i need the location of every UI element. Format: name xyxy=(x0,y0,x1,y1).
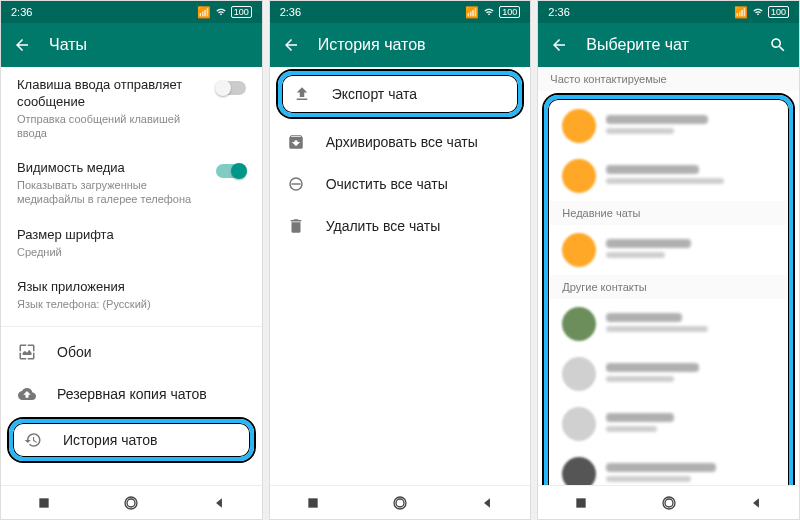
svg-point-9 xyxy=(665,499,673,507)
avatar xyxy=(562,407,596,441)
app-bar: Чаты xyxy=(1,23,262,67)
nav-back-icon[interactable] xyxy=(480,496,494,510)
trash-icon xyxy=(286,217,306,235)
contact-row[interactable] xyxy=(550,101,787,151)
setting-label: Язык приложения xyxy=(17,279,246,296)
setting-enter-sends[interactable]: Клавиша ввода отправляет сообщение Отпра… xyxy=(1,67,262,150)
svg-rect-8 xyxy=(577,498,586,507)
setting-label: Клавиша ввода отправляет сообщение xyxy=(17,77,202,111)
menu-archive-all[interactable]: Архивировать все чаты xyxy=(270,121,531,163)
status-time: 2:36 xyxy=(548,6,569,18)
status-icons: 📶 100 xyxy=(197,6,252,19)
setting-sublabel: Показывать загруженные медиафайлы в гале… xyxy=(17,179,202,207)
highlight-chat-history: История чатов xyxy=(9,419,254,461)
nav-back-icon[interactable] xyxy=(749,496,763,510)
page-title: Выберите чат xyxy=(586,36,751,54)
status-icons: 📶 100 xyxy=(734,6,789,19)
menu-label: Удалить все чаты xyxy=(326,218,441,234)
status-bar: 2:36 📶 100 xyxy=(1,1,262,23)
menu-delete-all[interactable]: Удалить все чаты xyxy=(270,205,531,247)
status-bar: 2:36 📶 100 xyxy=(538,1,799,23)
setting-label: Размер шрифта xyxy=(17,227,246,244)
nav-recents-icon[interactable] xyxy=(574,496,588,510)
app-bar: История чатов xyxy=(270,23,531,67)
nav-bar xyxy=(1,485,262,519)
avatar xyxy=(562,307,596,341)
back-icon[interactable] xyxy=(13,36,31,54)
page-title: История чатов xyxy=(318,36,519,54)
contact-row[interactable] xyxy=(550,399,787,449)
section-other: Другие контакты xyxy=(550,275,787,299)
back-icon[interactable] xyxy=(550,36,568,54)
status-time: 2:36 xyxy=(11,6,32,18)
nav-recents-icon[interactable] xyxy=(37,496,51,510)
svg-point-1 xyxy=(127,499,135,507)
menu-label: Обои xyxy=(57,344,92,360)
menu-label: История чатов xyxy=(63,432,157,448)
svg-rect-5 xyxy=(308,498,317,507)
svg-rect-0 xyxy=(39,498,48,507)
back-icon[interactable] xyxy=(282,36,300,54)
menu-export-chat[interactable]: Экспорт чата xyxy=(288,79,513,109)
block-icon xyxy=(286,175,306,193)
toggle-enter-sends[interactable] xyxy=(216,81,246,95)
nav-back-icon[interactable] xyxy=(212,496,226,510)
avatar xyxy=(562,159,596,193)
contact-row[interactable] xyxy=(550,449,787,485)
nav-home-icon[interactable] xyxy=(661,495,677,511)
screen-select-chat: 2:36 📶 100 Выберите чат Часто контактиру… xyxy=(537,0,800,520)
status-time: 2:36 xyxy=(280,6,301,18)
contact-row[interactable] xyxy=(550,349,787,399)
setting-label: Видимость медиа xyxy=(17,160,202,177)
highlight-contact-list: Недавние чаты Другие контакты xyxy=(544,95,793,485)
screen-chat-history: 2:36 📶 100 История чатов Экспорт чата xyxy=(269,0,532,520)
wifi-icon xyxy=(215,7,227,17)
signal-icon: 📶 xyxy=(734,6,748,19)
toggle-media-visibility[interactable] xyxy=(216,164,246,178)
battery-icon: 100 xyxy=(768,6,789,18)
avatar xyxy=(562,233,596,267)
setting-app-language[interactable]: Язык приложения Язык телефона: (Русский) xyxy=(1,269,262,322)
menu-clear-all[interactable]: Очистить все чаты xyxy=(270,163,531,205)
avatar xyxy=(562,357,596,391)
nav-bar xyxy=(538,485,799,519)
avatar xyxy=(562,457,596,485)
wallpaper-icon xyxy=(17,343,37,361)
nav-recents-icon[interactable] xyxy=(306,496,320,510)
contact-row[interactable] xyxy=(550,299,787,349)
menu-label: Резервная копия чатов xyxy=(57,386,207,402)
menu-label: Архивировать все чаты xyxy=(326,134,478,150)
signal-icon: 📶 xyxy=(197,6,211,19)
wifi-icon xyxy=(752,7,764,17)
status-icons: 📶 100 xyxy=(465,6,520,19)
setting-sublabel: Отправка сообщений клавишей ввода xyxy=(17,113,202,141)
setting-sublabel: Средний xyxy=(17,246,246,260)
highlight-export-chat: Экспорт чата xyxy=(278,71,523,117)
setting-sublabel: Язык телефона: (Русский) xyxy=(17,298,246,312)
avatar xyxy=(562,109,596,143)
upload-icon xyxy=(292,85,312,103)
screen-chats-settings: 2:36 📶 100 Чаты Клавиша ввода отправляет… xyxy=(0,0,263,520)
battery-icon: 100 xyxy=(231,6,252,18)
battery-icon: 100 xyxy=(499,6,520,18)
contact-row[interactable] xyxy=(550,225,787,275)
menu-wallpaper[interactable]: Обои xyxy=(1,331,262,373)
nav-home-icon[interactable] xyxy=(392,495,408,511)
contact-row[interactable] xyxy=(550,151,787,201)
menu-label: Очистить все чаты xyxy=(326,176,448,192)
nav-home-icon[interactable] xyxy=(123,495,139,511)
menu-label: Экспорт чата xyxy=(332,86,417,102)
setting-font-size[interactable]: Размер шрифта Средний xyxy=(1,217,262,270)
divider xyxy=(1,326,262,327)
menu-backup[interactable]: Резервная копия чатов xyxy=(1,373,262,415)
status-bar: 2:36 📶 100 xyxy=(270,1,531,23)
svg-point-6 xyxy=(396,499,404,507)
search-icon[interactable] xyxy=(769,36,787,54)
history-icon xyxy=(23,431,43,449)
section-recent: Недавние чаты xyxy=(550,201,787,225)
app-bar: Выберите чат xyxy=(538,23,799,67)
menu-chat-history[interactable]: История чатов xyxy=(19,427,244,453)
signal-icon: 📶 xyxy=(465,6,479,19)
cloud-upload-icon xyxy=(17,385,37,403)
setting-media-visibility[interactable]: Видимость медиа Показывать загруженные м… xyxy=(1,150,262,216)
